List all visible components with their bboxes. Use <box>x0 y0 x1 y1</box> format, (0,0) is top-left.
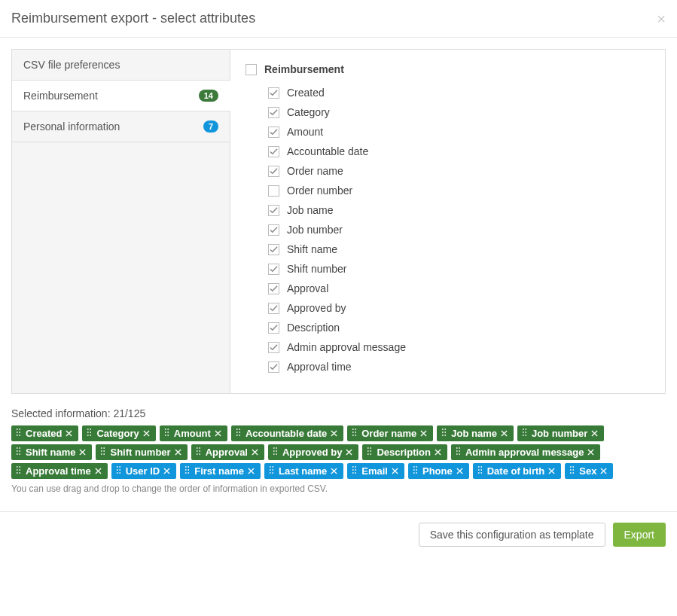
chip-label: Accountable date <box>245 428 327 439</box>
remove-icon[interactable] <box>215 428 221 439</box>
attribute-checkbox[interactable] <box>268 185 279 197</box>
drag-handle-icon[interactable] <box>367 447 372 458</box>
selected-chip[interactable]: Email <box>347 463 404 479</box>
selected-chip[interactable]: Job number <box>517 425 604 441</box>
drag-handle-icon[interactable] <box>100 447 105 458</box>
remove-icon[interactable] <box>175 447 181 458</box>
remove-icon[interactable] <box>591 428 598 439</box>
drag-handle-icon[interactable] <box>413 465 418 477</box>
remove-icon[interactable] <box>66 428 72 439</box>
save-template-button[interactable]: Save this configuration as template <box>419 523 605 547</box>
attribute-checkbox[interactable] <box>268 361 279 373</box>
export-button[interactable]: Export <box>613 523 666 547</box>
remove-icon[interactable] <box>435 447 441 458</box>
selected-chip[interactable]: Order name <box>347 425 433 441</box>
remove-icon[interactable] <box>392 465 398 477</box>
group-checkbox[interactable] <box>245 64 257 75</box>
attribute-checkbox[interactable] <box>268 127 279 138</box>
chip-label: Order name <box>361 428 416 439</box>
drag-handle-icon[interactable] <box>16 428 21 439</box>
remove-icon[interactable] <box>163 465 170 477</box>
attribute-label: Job number <box>287 224 343 236</box>
selected-chip[interactable]: Last name <box>264 463 343 479</box>
selected-chip[interactable]: Approval <box>191 444 264 460</box>
svg-point-108 <box>413 466 415 468</box>
drag-handle-icon[interactable] <box>164 428 169 439</box>
remove-icon[interactable] <box>420 428 427 439</box>
svg-point-112 <box>413 472 415 474</box>
svg-point-8 <box>87 432 89 433</box>
attribute-row: Category <box>268 102 650 122</box>
close-icon[interactable]: × <box>657 11 666 26</box>
selected-chip[interactable]: Category <box>82 425 155 441</box>
selected-chip[interactable]: Phone <box>408 463 469 479</box>
selected-chip[interactable]: Shift name <box>11 444 92 460</box>
drag-handle-icon[interactable] <box>87 428 92 439</box>
chip-label: Sex <box>579 465 596 477</box>
selected-chip[interactable]: Admin approval message <box>451 444 601 460</box>
sidebar-item[interactable]: Reimbursement14 <box>12 81 230 111</box>
drag-handle-icon[interactable] <box>16 447 21 458</box>
sidebar-item-label: CSV file preferences <box>23 59 120 71</box>
attribute-checkbox[interactable] <box>268 166 279 177</box>
svg-point-98 <box>270 469 271 471</box>
selected-chip[interactable]: Approval time <box>11 463 108 479</box>
drag-handle-icon[interactable] <box>569 465 575 477</box>
drag-handle-icon[interactable] <box>522 428 527 439</box>
attribute-checkbox[interactable] <box>268 283 279 294</box>
selected-chip[interactable]: Accountable date <box>231 425 343 441</box>
drag-handle-icon[interactable] <box>116 465 121 477</box>
sidebar-item[interactable]: Personal information7 <box>12 111 230 142</box>
selected-chip[interactable]: Shift number <box>96 444 187 460</box>
attribute-checkbox[interactable] <box>268 342 279 353</box>
remove-icon[interactable] <box>79 447 86 458</box>
attribute-checkbox[interactable] <box>268 107 279 118</box>
drag-handle-icon[interactable] <box>273 447 278 458</box>
drag-handle-icon[interactable] <box>196 447 201 458</box>
svg-point-55 <box>199 447 200 449</box>
attribute-checkbox[interactable] <box>268 87 279 99</box>
remove-icon[interactable] <box>587 447 594 458</box>
attribute-checkbox[interactable] <box>268 146 279 157</box>
attribute-checkbox[interactable] <box>268 303 279 314</box>
selected-chip[interactable]: Approved by <box>268 444 358 460</box>
drag-handle-icon[interactable] <box>477 465 483 477</box>
remove-icon[interactable] <box>600 465 607 477</box>
attribute-checkbox[interactable] <box>268 264 279 275</box>
attribute-checkbox[interactable] <box>268 322 279 334</box>
attribute-row: Job number <box>268 220 650 239</box>
selected-chip[interactable]: Date of birth <box>473 463 562 479</box>
selected-chip[interactable]: Created <box>11 425 78 441</box>
selected-chip[interactable]: Sex <box>565 463 613 479</box>
sidebar-item[interactable]: CSV file preferences <box>12 50 230 81</box>
remove-icon[interactable] <box>252 447 258 458</box>
selected-chip[interactable]: User ID <box>111 463 177 479</box>
drag-handle-icon[interactable] <box>456 447 461 458</box>
drag-handle-icon[interactable] <box>184 465 190 477</box>
remove-icon[interactable] <box>143 428 150 439</box>
attribute-checkbox[interactable] <box>268 244 279 255</box>
remove-icon[interactable] <box>331 428 337 439</box>
drag-handle-icon[interactable] <box>352 465 357 477</box>
remove-icon[interactable] <box>331 465 337 477</box>
attribute-checkbox[interactable] <box>268 224 279 236</box>
remove-icon[interactable] <box>95 465 102 477</box>
remove-icon[interactable] <box>346 447 352 458</box>
selected-chip[interactable]: First name <box>180 463 261 479</box>
svg-point-91 <box>188 466 190 468</box>
drag-handle-icon[interactable] <box>269 465 274 477</box>
selected-chip[interactable]: Description <box>362 444 447 460</box>
remove-icon[interactable] <box>501 428 508 439</box>
remove-icon[interactable] <box>456 465 463 477</box>
selected-chip[interactable]: Job name <box>437 425 514 441</box>
chip-label: Date of birth <box>487 465 545 477</box>
drag-handle-icon[interactable] <box>352 428 357 439</box>
drag-handle-icon[interactable] <box>16 465 21 477</box>
remove-icon[interactable] <box>248 465 255 477</box>
svg-point-38 <box>523 432 524 433</box>
attribute-checkbox[interactable] <box>268 205 279 216</box>
drag-handle-icon[interactable] <box>441 428 447 439</box>
remove-icon[interactable] <box>548 465 555 477</box>
selected-chip[interactable]: Amount <box>160 425 227 441</box>
drag-handle-icon[interactable] <box>236 428 241 439</box>
